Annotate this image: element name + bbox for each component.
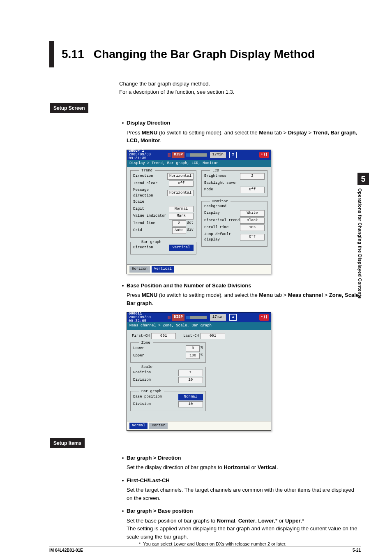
grid-unit: div: [187, 227, 194, 234]
softkey-horizon[interactable]: Horizon: [129, 266, 150, 273]
base-position-label: Base position: [133, 394, 178, 400]
ss2-body: First-CH001 Last-CH001 Zone Lower0% Uppe…: [127, 330, 271, 421]
scale-division-value[interactable]: 10: [178, 377, 203, 384]
softkey-normal[interactable]: Normal: [129, 423, 148, 429]
trend-group: Trend DirectionHorizontal Trend clearOff…: [130, 170, 196, 238]
ss2-group-date: 000011 2005/09/30 09:32:05: [129, 312, 168, 323]
bullet-dot: •: [119, 454, 127, 462]
display-label: Display: [204, 210, 240, 216]
bullet-title: Bar graph > Base position: [127, 507, 193, 515]
alarm-icon: •)): [259, 314, 269, 321]
bullet-body-bg-basepos: Set the base position of bar graphs to N…: [127, 517, 361, 548]
grid-value[interactable]: Auto: [172, 227, 186, 234]
ss1-softkeys: Horizon Vertical: [127, 264, 271, 274]
trend-line-label: Trend line: [133, 221, 172, 227]
bullet-first-last: • First-CH/Last-CH: [119, 476, 361, 485]
bullet-dot: •: [119, 282, 127, 290]
progress-bg: [190, 316, 207, 319]
zone-upper-value[interactable]: 100: [186, 353, 200, 359]
intro-line1: Change the bar graph display method.: [119, 80, 361, 88]
trend-clear-label: Trend clear: [133, 181, 169, 187]
bargraph-direction-label: Direction: [133, 245, 169, 251]
time-remaining: 17min: [210, 314, 226, 321]
time-remaining: 17min: [210, 152, 226, 158]
last-ch-label: Last-CH: [183, 333, 199, 339]
setup-items-label: Setup Items: [50, 438, 85, 448]
scale-group: Scale Position1 Division10: [130, 367, 206, 387]
trend-line-value[interactable]: 2: [172, 220, 186, 227]
bargraph-direction-value[interactable]: Vertical: [169, 245, 194, 251]
trend-direction-value[interactable]: Horizontal: [167, 173, 194, 180]
scale-position-label: Position: [133, 370, 178, 376]
last-ch-value[interactable]: 001: [201, 333, 225, 340]
intro-text: Change the bar graph display method. For…: [119, 80, 361, 96]
zone-lower-label: Lower: [133, 346, 186, 352]
bullet-body-first-last: Set the target channels. The target chan…: [127, 486, 361, 502]
disp-badge: DISP: [172, 314, 184, 321]
bullet-base-position: • Base Position and the Number of Scale …: [119, 282, 361, 290]
alarm-icon: •)): [259, 152, 269, 158]
section-number: 5.11: [62, 48, 84, 61]
mode-value[interactable]: Off: [240, 187, 265, 193]
lcd-group: LCD Brightness2 Backlight saver ModeOff: [201, 170, 267, 197]
jump-default-value[interactable]: Off: [240, 234, 265, 240]
bullet-title: First-CH/Last-CH: [127, 476, 170, 485]
ss2-datetime: 2005/09/30 09:32:05: [129, 315, 151, 323]
backlight-label: Backlight saver: [204, 180, 265, 186]
background-label: Background: [204, 204, 265, 210]
first-ch-value[interactable]: 001: [151, 333, 176, 340]
bullet-body-base-position: Press MENU (to switch to setting mode), …: [127, 291, 361, 307]
bullet-body-display-direction: Press MENU (to switch to setting mode), …: [127, 129, 361, 145]
mode-label: Mode: [204, 187, 240, 193]
msg-direction-value[interactable]: Horizontal: [167, 190, 194, 197]
disk-icon: ◘: [229, 152, 237, 158]
zone-group: Zone Lower0% Upper100%: [130, 342, 206, 363]
scroll-time-value[interactable]: 10s: [240, 224, 265, 231]
digit-value[interactable]: Normal: [169, 206, 194, 213]
zone-lower-value[interactable]: 0: [186, 345, 200, 352]
bullet-dot: •: [119, 119, 127, 127]
title-accent: [49, 41, 54, 67]
bullet-title: Base Position and the Number of Scale Di…: [127, 282, 251, 290]
trend-clear-value[interactable]: Off: [169, 180, 194, 187]
display-value[interactable]: White: [240, 210, 265, 217]
base-position-value[interactable]: Normal: [178, 394, 203, 400]
footer-left: IM 04L42B01-01E: [49, 548, 83, 553]
device-icon: ▥: [168, 151, 171, 159]
trend-group-title: Trend: [139, 168, 155, 174]
value-indicator-value[interactable]: Mark: [169, 213, 194, 220]
bargraph-group-title: Bar graph: [139, 240, 164, 245]
bargraph-group: Bar graph DirectionVertical: [130, 242, 196, 255]
softkey-center[interactable]: Center: [149, 423, 167, 429]
zone-upper-label: Upper: [133, 353, 186, 359]
bargraph-division-value[interactable]: 10: [178, 401, 203, 408]
intro-line2: For a description of the function, see s…: [119, 88, 361, 96]
chapter-number: 5: [357, 173, 369, 185]
scale-label: Scale: [133, 199, 194, 205]
zone-upper-unit: %: [201, 353, 203, 359]
bargraph-group2: Bar graph Base positionNormal Division10: [130, 391, 206, 411]
digit-label: Digit: [133, 206, 169, 212]
page-footer: IM 04L42B01-01E 5-21: [49, 546, 361, 553]
hist-trend-value[interactable]: Black: [240, 217, 265, 224]
softkey-vertical[interactable]: Vertical: [152, 266, 174, 273]
ss1-body: Trend DirectionHorizontal Trend clearOff…: [127, 167, 271, 264]
bullet-dot: •: [119, 476, 127, 485]
trend-line-unit: dot: [187, 220, 194, 227]
scale-position-value[interactable]: 1: [178, 370, 203, 376]
ss1-breadcrumb: Display > Trend, Bar graph, LCD, Monitor: [127, 160, 271, 167]
monitor-group: Monitor Background DisplayWhite Historic…: [201, 201, 267, 247]
scroll-time-label: Scroll time: [204, 225, 240, 231]
brightness-value[interactable]: 2: [240, 173, 265, 180]
hist-trend-label: Historical trend: [204, 218, 240, 224]
bullet-body-bg-direction: Set the display direction of bar graphs …: [127, 463, 361, 472]
ss2-softkeys: Normal Center: [127, 421, 271, 430]
bullet-title: Display Direction: [127, 119, 170, 127]
page-title: 5.11 Changing the Bar Graph Display Meth…: [62, 41, 315, 67]
ss1-group-date: GROUP 1 2005/09/30 09:31:35: [129, 149, 168, 160]
progress-bg: [190, 153, 207, 157]
device-icon: ▥: [168, 314, 171, 321]
ss2-breadcrumb: Meas channel > Zone, Scale, Bar graph: [127, 322, 271, 330]
msg-direction-label: Message direction: [133, 187, 167, 199]
zone-lower-unit: %: [201, 345, 203, 352]
